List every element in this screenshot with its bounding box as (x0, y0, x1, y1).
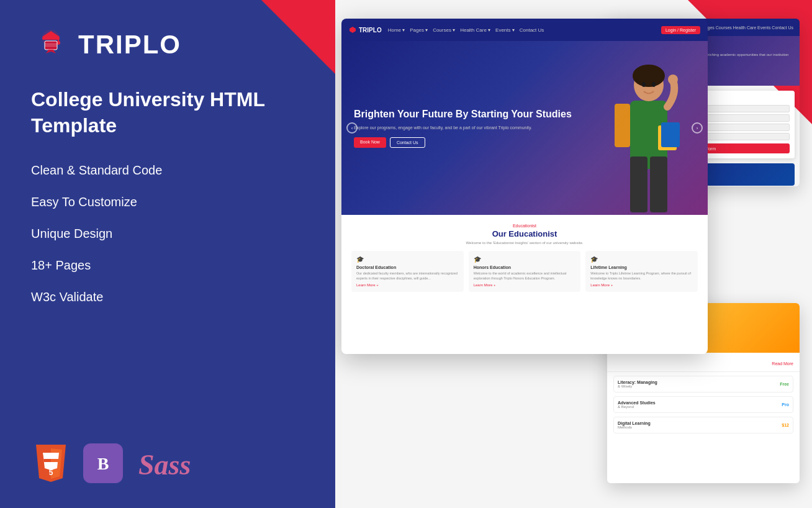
svg-point-20 (633, 65, 665, 87)
hero-prev-arrow[interactable]: ‹ (346, 122, 358, 134)
svg-point-21 (642, 82, 646, 87)
read-more-link[interactable]: Read More (607, 353, 800, 372)
logo-text: TRIPLO (78, 30, 181, 60)
education-section: Educationist Our Educationist Welcome to… (341, 215, 708, 354)
card-text-1: Our dedicated faculty members, who are i… (356, 271, 459, 281)
svg-rect-1 (42, 37, 60, 40)
book-list: Literacy: Managing & Wisely Free Advance… (607, 372, 800, 441)
features-list: Clean & Standard Code Easy To Customize … (31, 163, 304, 322)
svg-rect-17 (630, 156, 647, 212)
card-icon-1: 🎓 (356, 256, 459, 263)
card-title-2: Honors Education (474, 265, 576, 270)
learn-more-3[interactable]: Learn More + (590, 283, 693, 287)
logo-area: TRIPLO (31, 25, 304, 65)
book-now-btn[interactable]: Book Now (354, 137, 386, 148)
feature-item: Easy To Customize (31, 195, 304, 209)
mock-navbar: TRIPLO Home ▾ Pages ▾ Courses ▾ Health C… (341, 19, 708, 41)
svg-point-26 (668, 75, 678, 84)
education-cards: 🎓 Doctoral Education Our dedicated facul… (351, 251, 698, 292)
learn-more-2[interactable]: Learn More + (474, 283, 576, 287)
svg-point-22 (652, 82, 656, 87)
book-item-2: Advanced Studies & Beyond Pro (613, 396, 793, 413)
education-card-1: 🎓 Doctoral Education Our dedicated facul… (351, 251, 464, 292)
svg-rect-23 (615, 104, 630, 147)
hero-person (602, 51, 695, 215)
book-item-3: Digital Learning Methods $12 (613, 417, 793, 433)
card-icon-3: 🎓 (590, 256, 693, 263)
html5-icon: 5 (31, 443, 71, 483)
education-subtitle: Welcome to the 'Educationist Insights' s… (351, 241, 698, 245)
svg-rect-25 (661, 122, 680, 147)
mock-login-btn[interactable]: Login / Register (661, 26, 700, 34)
learn-more-1[interactable]: Learn More + (356, 283, 459, 287)
card-title-3: Lifetime Learning (590, 265, 693, 270)
mock-hero-section: Brighten Your Future By Starting Your St… (341, 41, 708, 215)
card-title-1: Doctoral Education (356, 265, 459, 270)
svg-text:Sass: Sass (138, 449, 191, 481)
card-text-2: Welcome to the world of academic excelle… (474, 271, 576, 281)
bootstrap-icon: B (83, 443, 123, 483)
sass-icon: Sass (135, 445, 197, 482)
book-badge-2: Pro (782, 402, 789, 407)
feature-item: Unique Design (31, 227, 304, 241)
card-text-3: Welcome to Triplo Lifetime Learning Prog… (590, 271, 693, 281)
svg-text:B: B (97, 454, 109, 473)
svg-rect-18 (650, 156, 667, 212)
main-browser-mockup: TRIPLO Home ▾ Pages ▾ Courses ▾ Health C… (341, 19, 708, 354)
book-badge-1: Free (780, 382, 789, 386)
hero-next-arrow[interactable]: › (692, 122, 703, 134)
contact-us-btn[interactable]: Contact Us (390, 137, 425, 148)
card-icon-2: 🎓 (474, 256, 576, 263)
right-panel: TRIPLO Home ▾ Pages ▾ Courses ▾ Health C… (335, 0, 812, 508)
mock-brand: TRIPLO (349, 26, 382, 34)
template-title: College University HTML Template (31, 87, 304, 138)
education-label: Educationist (351, 224, 698, 228)
feature-item: W3c Validate (31, 290, 304, 304)
left-panel: TRIPLO College University HTML Template … (0, 0, 335, 508)
svg-marker-15 (350, 27, 356, 33)
book-badge-3: $12 (782, 423, 789, 427)
book-item-1: Literacy: Managing & Wisely Free (613, 376, 793, 392)
triplo-logo-icon (31, 25, 71, 65)
education-title: Our Educationist (351, 229, 698, 238)
education-card-3: 🎓 Lifetime Learning Welcome to Triplo Li… (585, 251, 698, 292)
tech-icons: 5 B Sass (31, 443, 304, 483)
svg-text:5: 5 (49, 468, 53, 477)
svg-rect-5 (45, 41, 57, 50)
mock-nav-links: Home ▾ Pages ▾ Courses ▾ Health Care ▾ E… (388, 27, 655, 33)
education-card-2: 🎓 Honors Education Welcome to the world … (469, 251, 581, 292)
feature-item: Clean & Standard Code (31, 163, 304, 178)
feature-item: 18+ Pages (31, 258, 304, 273)
